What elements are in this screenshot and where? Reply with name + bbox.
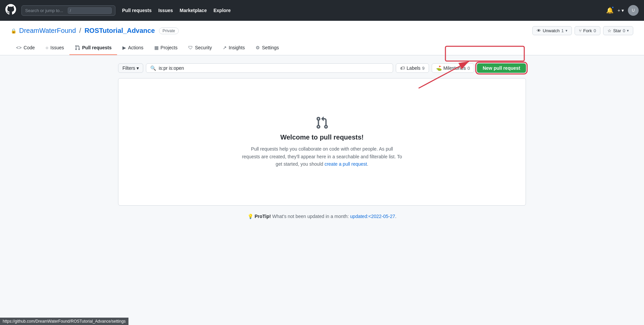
tab-actions[interactable]: ▶ Actions bbox=[117, 41, 149, 55]
empty-state-container: Welcome to pull requests! Pull requests … bbox=[118, 78, 526, 206]
main-content: Filters ▾ 🔍 🏷 Labels 9 ⛳ Milestones 0 Ne… bbox=[107, 55, 537, 227]
code-icon: <> bbox=[16, 45, 21, 50]
filters-chevron-icon: ▾ bbox=[137, 65, 139, 71]
fork-count: 0 bbox=[594, 28, 596, 33]
avatar[interactable]: U bbox=[628, 5, 639, 16]
new-pull-request-button[interactable]: New pull request bbox=[477, 63, 526, 73]
github-logo[interactable] bbox=[5, 4, 16, 17]
empty-desc-before: Pull requests help you collaborate on co… bbox=[242, 146, 402, 167]
nav-issues[interactable]: Issues bbox=[158, 8, 173, 13]
star-icon: ☆ bbox=[607, 28, 611, 33]
unwatch-count: 1 bbox=[561, 28, 564, 33]
eye-icon: 👁 bbox=[537, 28, 541, 33]
repo-name-link[interactable]: ROSTutorial_Advance bbox=[85, 27, 155, 35]
pro-tip-text: What's not been updated in a month: bbox=[271, 214, 350, 219]
empty-state-title: Welcome to pull requests! bbox=[280, 133, 364, 141]
empty-desc-after: . bbox=[367, 161, 368, 167]
tab-settings[interactable]: ⚙ Settings bbox=[250, 41, 284, 55]
tab-code-label: Code bbox=[23, 45, 35, 50]
filter-right-actions: 🏷 Labels 9 ⛳ Milestones 0 New pull reque… bbox=[396, 63, 526, 73]
repo-title-row: 🔒 DreamWaterFound / ROSTutorial_Advance … bbox=[11, 26, 633, 35]
create-pull-request-link[interactable]: create a pull request bbox=[324, 161, 367, 167]
star-chevron-icon: ▾ bbox=[627, 29, 629, 33]
tab-insights-label: Insights bbox=[229, 45, 245, 50]
unwatch-button[interactable]: 👁 Unwatch 1 ▾ bbox=[532, 26, 572, 35]
filter-search[interactable]: 🔍 bbox=[146, 63, 393, 73]
repo-header: 🔒 DreamWaterFound / ROSTutorial_Advance … bbox=[0, 21, 644, 55]
search-icon: 🔍 bbox=[150, 65, 156, 71]
settings-icon: ⚙ bbox=[256, 45, 260, 50]
pro-tip: 💡 ProTip! What's not been updated in a m… bbox=[118, 214, 526, 219]
empty-state-description: Pull requests help you collaborate on co… bbox=[241, 145, 402, 168]
pro-tip-label: ProTip! bbox=[255, 214, 271, 219]
lock-icon: 🔒 bbox=[11, 28, 16, 34]
tab-security-label: Security bbox=[195, 45, 212, 50]
pull-request-empty-icon bbox=[315, 116, 329, 129]
tab-code[interactable]: <> Code bbox=[11, 41, 40, 55]
top-nav-right: 🔔 + ▾ U bbox=[606, 5, 639, 16]
repo-tabs: <> Code ○ Issues Pull requests ▶ Actions… bbox=[11, 41, 633, 55]
tab-settings-label: Settings bbox=[262, 45, 279, 50]
top-navigation: Search or jump to... / Pull requests Iss… bbox=[0, 0, 644, 21]
notifications-icon[interactable]: 🔔 bbox=[606, 7, 613, 14]
top-nav-links: Pull requests Issues Marketplace Explore bbox=[122, 8, 231, 13]
labels-label: Labels bbox=[407, 65, 420, 71]
filters-button[interactable]: Filters ▾ bbox=[118, 63, 143, 73]
milestone-icon: ⛳ bbox=[436, 65, 442, 71]
repo-slash: / bbox=[79, 27, 81, 35]
chevron-down-icon: ▾ bbox=[566, 29, 568, 33]
security-icon: 🛡 bbox=[188, 45, 193, 50]
search-input[interactable] bbox=[159, 65, 389, 71]
search-kbd: / bbox=[68, 7, 112, 14]
tab-issues-label: Issues bbox=[50, 45, 64, 50]
global-search[interactable]: Search or jump to... / bbox=[21, 5, 115, 16]
add-button[interactable]: + ▾ bbox=[618, 8, 624, 13]
fork-icon: ⑂ bbox=[579, 28, 582, 33]
repo-owner-link[interactable]: DreamWaterFound bbox=[19, 27, 76, 35]
tab-issues[interactable]: ○ Issues bbox=[40, 41, 69, 55]
star-button[interactable]: ☆ Star 0 ▾ bbox=[603, 26, 633, 35]
milestones-label: Milestones bbox=[443, 65, 466, 71]
nav-marketplace[interactable]: Marketplace bbox=[180, 8, 207, 13]
nav-explore[interactable]: Explore bbox=[213, 8, 230, 13]
star-label: Star bbox=[613, 28, 621, 33]
issues-icon: ○ bbox=[46, 45, 48, 50]
labels-count: 9 bbox=[422, 66, 425, 71]
star-count: 0 bbox=[623, 28, 625, 33]
nav-pull-requests[interactable]: Pull requests bbox=[122, 8, 152, 13]
notification-dot bbox=[611, 6, 614, 9]
tab-projects-label: Projects bbox=[161, 45, 178, 50]
tab-pull-requests[interactable]: Pull requests bbox=[69, 41, 117, 55]
fork-label: Fork bbox=[583, 28, 592, 33]
repo-actions: 👁 Unwatch 1 ▾ ⑂ Fork 0 ☆ Star 0 ▾ bbox=[532, 26, 633, 35]
tab-security[interactable]: 🛡 Security bbox=[183, 41, 217, 55]
label-tag-icon: 🏷 bbox=[400, 65, 405, 71]
actions-icon: ▶ bbox=[122, 45, 126, 50]
filter-bar: Filters ▾ 🔍 🏷 Labels 9 ⛳ Milestones 0 Ne… bbox=[118, 63, 526, 73]
milestones-count: 0 bbox=[468, 66, 470, 71]
fork-button[interactable]: ⑂ Fork 0 bbox=[575, 26, 600, 35]
milestones-button[interactable]: ⛳ Milestones 0 bbox=[432, 63, 474, 73]
tab-actions-label: Actions bbox=[128, 45, 144, 50]
unwatch-label: Unwatch bbox=[543, 28, 560, 33]
insights-icon: ↗ bbox=[223, 45, 227, 50]
filters-label: Filters bbox=[122, 65, 135, 71]
tab-pr-label: Pull requests bbox=[82, 45, 112, 50]
pro-tip-link[interactable]: updated:<2022-05-27 bbox=[350, 214, 395, 219]
tab-projects[interactable]: ▦ Projects bbox=[149, 41, 183, 55]
private-badge: Private bbox=[159, 28, 179, 34]
empty-state: Welcome to pull requests! Pull requests … bbox=[118, 78, 526, 206]
tab-insights[interactable]: ↗ Insights bbox=[217, 41, 250, 55]
projects-icon: ▦ bbox=[154, 45, 159, 50]
labels-button[interactable]: 🏷 Labels 9 bbox=[396, 63, 429, 73]
pull-requests-icon bbox=[75, 45, 80, 50]
search-placeholder: Search or jump to... bbox=[25, 8, 65, 13]
